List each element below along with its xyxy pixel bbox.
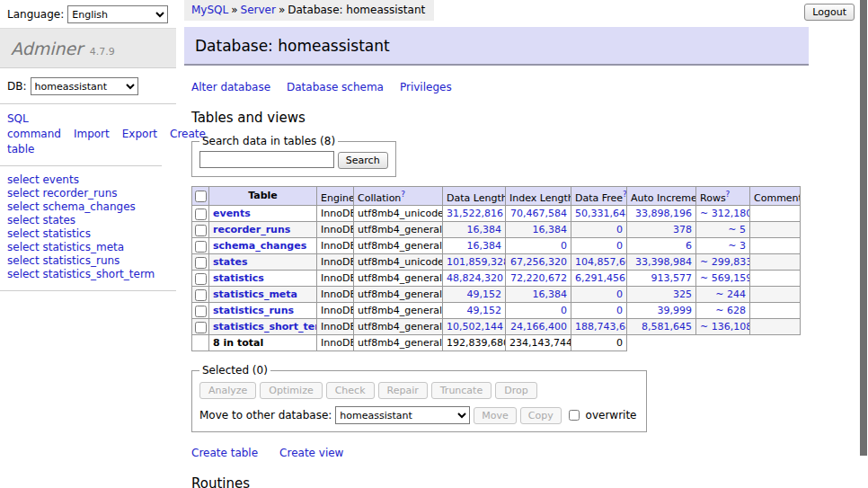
value-link[interactable]: 48,824,320 — [447, 272, 503, 284]
help-icon[interactable]: ? — [726, 190, 731, 199]
select-table-link[interactable]: select events — [7, 173, 169, 186]
help-icon[interactable]: ? — [623, 190, 626, 199]
row-checkbox[interactable] — [195, 306, 207, 317]
overwrite-checkbox[interactable] — [569, 410, 580, 421]
table-link[interactable]: statistics — [213, 272, 264, 284]
select-table-link[interactable]: select schema_changes — [7, 200, 169, 213]
value-link[interactable]: ~ 136,108 — [700, 321, 750, 333]
analyze-button[interactable]: Analyze — [199, 382, 256, 399]
scrollbar-thumb[interactable] — [860, 0, 867, 456]
table-link[interactable]: events — [213, 208, 251, 219]
move-button[interactable]: Move — [474, 407, 517, 424]
select-table-link[interactable]: select recorder_runs — [7, 187, 169, 200]
row-checkbox[interactable] — [195, 209, 207, 220]
select-table-link[interactable]: select statistics_meta — [7, 241, 169, 253]
table-link[interactable]: recorder_runs — [213, 224, 290, 235]
optimize-button[interactable]: Optimize — [260, 382, 322, 399]
language-select[interactable]: English — [67, 5, 168, 23]
value-link[interactable]: 0 — [561, 305, 567, 316]
database-schema-link[interactable]: Database schema — [287, 81, 384, 93]
value-link[interactable]: 10,502,144 — [447, 321, 503, 333]
value-link[interactable]: 33,398,984 — [635, 256, 692, 268]
value-link[interactable]: ~ 569,159 — [700, 272, 750, 284]
value-link[interactable]: ~ 628 — [715, 305, 746, 316]
value-link[interactable]: ~ 299,833 — [700, 256, 750, 268]
create-table-link[interactable]: Create table — [191, 447, 258, 459]
table-link[interactable]: statistics_meta — [213, 288, 297, 300]
value-link[interactable]: 188,743,680 — [575, 321, 627, 333]
value-link[interactable]: ~ 312,180 — [700, 208, 750, 219]
truncate-button[interactable]: Truncate — [431, 382, 492, 399]
table-link[interactable]: statistics_runs — [213, 305, 294, 316]
table-link[interactable]: schema_changes — [213, 240, 306, 252]
value-link[interactable]: 0 — [616, 288, 623, 300]
export-link[interactable]: Export — [122, 128, 157, 140]
table-link[interactable]: statistics_short_term — [213, 321, 317, 333]
select-table-link[interactable]: select statistics — [7, 227, 169, 240]
repair-button[interactable]: Repair — [378, 382, 428, 399]
row-checkbox[interactable] — [195, 322, 207, 333]
search-input[interactable] — [199, 151, 334, 168]
drop-button[interactable]: Drop — [495, 382, 536, 399]
column-header: Data Length? — [443, 186, 506, 206]
value-link[interactable]: 325 — [673, 288, 692, 300]
row-checkbox[interactable] — [195, 241, 207, 253]
value-link[interactable]: ~ 3 — [728, 240, 746, 252]
value-link[interactable]: 0 — [561, 240, 567, 252]
row-checkbox[interactable] — [195, 273, 207, 285]
value-link[interactable]: 50,331,648 — [575, 208, 627, 219]
value-link[interactable]: 49,152 — [467, 305, 502, 316]
value-link[interactable]: 8,581,645 — [642, 321, 692, 333]
alter-database-link[interactable]: Alter database — [191, 81, 270, 93]
logout-button[interactable]: Logout — [804, 4, 855, 21]
move-db-select[interactable]: homeassistant — [335, 406, 470, 424]
value-link[interactable]: 0 — [616, 305, 623, 316]
import-link[interactable]: Import — [74, 128, 110, 140]
breadcrumb-server-link[interactable]: Server — [241, 4, 276, 16]
help-icon[interactable]: ? — [401, 190, 405, 199]
search-button[interactable]: Search — [338, 152, 388, 169]
engine-cell: InnoDB — [317, 254, 354, 271]
value-link[interactable]: 16,384 — [467, 224, 502, 235]
value-link[interactable]: 67,256,320 — [510, 256, 567, 268]
value-link[interactable]: 378 — [673, 224, 692, 235]
value-link[interactable]: ~ 5 — [728, 224, 746, 235]
db-label: DB: — [7, 80, 27, 93]
column-header: Comment? — [750, 186, 801, 206]
value-link[interactable]: 49,152 — [467, 288, 502, 300]
scrollbar[interactable] — [859, 0, 868, 488]
value-link[interactable]: 16,384 — [533, 288, 568, 300]
row-checkbox[interactable] — [195, 289, 207, 301]
value-link[interactable]: 72,220,672 — [510, 272, 567, 284]
check-button[interactable]: Check — [326, 382, 375, 399]
value-link[interactable]: 0 — [616, 224, 623, 235]
copy-button[interactable]: Copy — [520, 407, 562, 424]
value-link[interactable]: 6,291,456 — [575, 272, 625, 284]
value-link[interactable]: 16,384 — [533, 224, 568, 235]
select-table-link[interactable]: select states — [7, 214, 169, 226]
breadcrumb-mysql-link[interactable]: MySQL — [191, 4, 228, 16]
select-table-link[interactable]: select statistics_runs — [7, 254, 169, 267]
value-link[interactable]: 6 — [686, 240, 692, 252]
value-link[interactable]: ~ 244 — [715, 288, 746, 300]
value-link[interactable]: 33,898,196 — [635, 208, 692, 219]
value-link[interactable]: 913,577 — [651, 272, 693, 284]
select-table-link[interactable]: select statistics_short_term — [7, 268, 169, 280]
value-link[interactable]: 16,384 — [467, 240, 502, 252]
db-select[interactable]: homeassistant — [31, 77, 138, 95]
value-link[interactable]: 39,999 — [658, 305, 693, 316]
value-link[interactable]: 101,859,328 — [447, 256, 506, 268]
value-link[interactable]: 70,467,584 — [510, 208, 567, 219]
table-link[interactable]: states — [213, 256, 248, 268]
row-checkbox[interactable] — [195, 257, 207, 269]
value-link[interactable]: 104,857,600 — [575, 256, 627, 268]
select-all-checkbox[interactable] — [195, 191, 207, 202]
privileges-link[interactable]: Privileges — [400, 81, 452, 93]
sql-command-link[interactable]: SQL command — [7, 112, 61, 140]
value-link[interactable]: 0 — [616, 240, 623, 252]
value-link[interactable]: 24,166,400 — [510, 321, 567, 333]
table-row: statistics_meta InnoDB utf8mb4_general_c… — [192, 287, 801, 303]
value-link[interactable]: 31,522,816 — [447, 208, 503, 219]
row-checkbox[interactable] — [195, 225, 207, 236]
create-view-link[interactable]: Create view — [279, 447, 343, 459]
